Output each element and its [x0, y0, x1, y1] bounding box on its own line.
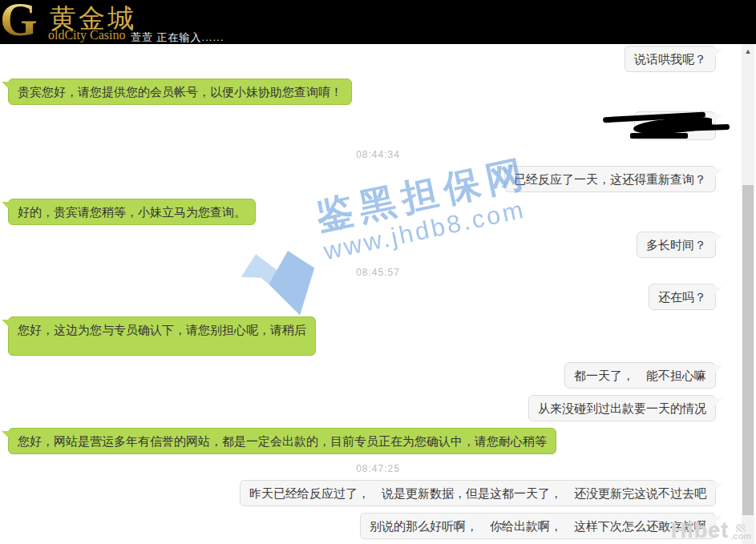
agent-message-row: 您好，网站是营运多年有信誉的网站，都是一定会出款的，目前专员正在为您确认中，请您… [0, 428, 756, 454]
timestamp-row: 08:45:57 [0, 264, 756, 279]
chat-scrollbar[interactable]: ▲ [742, 44, 754, 544]
user-message-bubble: 多长时间？ [637, 232, 716, 258]
user-message-bubble: 说话哄我呢？ [625, 46, 716, 72]
agent-message-row: 贵宾您好，请您提供您的会员帐号，以便小妹协助您查询唷！ [0, 79, 756, 105]
agent-typing-status: 萱萱 正在输入...... [131, 30, 224, 44]
agent-message-bubble: 贵宾您好，请您提供您的会员帐号，以便小妹协助您查询唷！ [8, 79, 352, 105]
user-message-bubble: 从来没碰到过出款要一天的情况 [528, 395, 716, 421]
user-message-bubble: 还在吗？ [649, 284, 716, 310]
timestamp-row: 08:47:25 [0, 461, 756, 475]
scrollbar-thumb[interactable] [742, 185, 754, 515]
redacted-message-bubble [634, 111, 716, 140]
user-message-row: 还在吗？ [0, 284, 756, 310]
user-message-row: 已经反应了一天，这还得重新查询？ [0, 166, 756, 192]
message-timestamp: 08:45:57 [356, 267, 400, 278]
user-message-bubble: 已经反应了一天，这还得重新查询？ [504, 166, 716, 192]
user-message-row [0, 111, 756, 140]
user-message-bubble: 昨天已经给反应过了， 说是更新数据，但是这都一天了， 还没更新完这说不过去吧 [240, 480, 716, 506]
chat-area: 说话哄我呢？贵宾您好，请您提供您的会员帐号，以便小妹协助您查询唷！08:44:3… [0, 44, 756, 544]
brand-name-english: oldCity Casino [48, 28, 125, 42]
scrollbar-up-arrow-icon[interactable]: ▲ [742, 46, 754, 57]
user-message-row: 从来没碰到过出款要一天的情况 [0, 395, 756, 421]
message-timestamp: 08:47:25 [356, 463, 400, 474]
redaction-scribble [677, 124, 730, 131]
user-message-row: 昨天已经给反应过了， 说是更新数据，但是这都一天了， 还没更新完这说不过去吧 [0, 480, 756, 506]
app-header: G 黄金城 oldCity Casino 萱萱 正在输入...... [0, 0, 756, 44]
timestamp-row: 08:44:34 [0, 147, 756, 161]
agent-message-row: 您好，这边为您与专员确认下，请您别担心呢，请稍后 [0, 316, 756, 356]
redaction-scribble [630, 133, 688, 139]
casino-logo-icon: G [0, 0, 38, 43]
user-message-row: 都一天了， 能不担心嘛 [0, 362, 756, 389]
user-message-row: 多长时间？ [0, 232, 756, 258]
user-message-row: 说话哄我呢？ [0, 46, 756, 72]
user-message-bubble: 别说的那么好听啊， 你给出款啊， 这样下次怎么还敢存款啊 [360, 513, 716, 539]
agent-message-bubble: 您好，网站是营运多年有信誉的网站，都是一定会出款的，目前专员正在为您确认中，请您… [8, 428, 556, 454]
agent-message-row: 好的，贵宾请您稍等，小妹立马为您查询。 [0, 199, 756, 225]
message-timestamp: 08:44:34 [356, 149, 400, 160]
user-message-row: 别说的那么好听啊， 你给出款啊， 这样下次怎么还敢存款啊 [0, 513, 756, 539]
agent-message-bubble: 好的，贵宾请您稍等，小妹立马为您查询。 [8, 199, 256, 225]
user-message-bubble: 都一天了， 能不担心嘛 [564, 362, 716, 389]
agent-message-bubble: 您好，这边为您与专员确认下，请您别担心呢，请稍后 [8, 316, 316, 356]
